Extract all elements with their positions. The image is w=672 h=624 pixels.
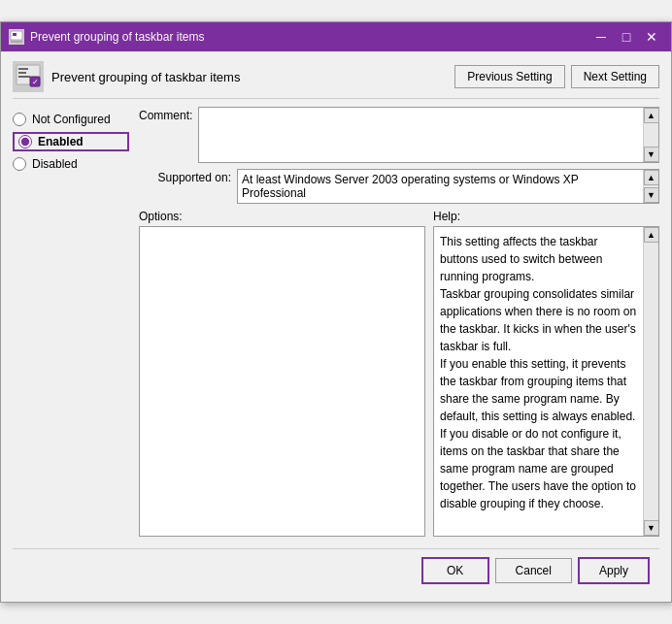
ok-button[interactable]: OK xyxy=(421,557,489,584)
window-icon xyxy=(9,29,24,45)
header-title: Prevent grouping of taskbar items xyxy=(51,70,240,84)
help-scroll-track xyxy=(644,243,658,520)
help-para-4: If you disable or do not configure it, i… xyxy=(440,425,637,512)
header-left: ✓ Prevent grouping of taskbar items xyxy=(13,61,240,92)
supported-text: At least Windows Server 2003 operating s… xyxy=(238,170,658,203)
help-label: Help: xyxy=(433,210,659,223)
header-row: ✓ Prevent grouping of taskbar items Prev… xyxy=(13,61,659,99)
help-section: Help: This setting affects the taskbar b… xyxy=(433,210,659,537)
title-bar-controls: ─ □ ✕ xyxy=(589,27,663,47)
previous-setting-button[interactable]: Previous Setting xyxy=(454,65,564,88)
enabled-label: Enabled xyxy=(38,135,84,148)
options-label: Options: xyxy=(139,210,425,223)
help-scroll-down[interactable]: ▼ xyxy=(644,520,659,536)
svg-text:✓: ✓ xyxy=(32,78,39,86)
help-para-2: Taskbar grouping consolidates similar ap… xyxy=(440,285,637,355)
radio-group: Not Configured Enabled Disabled xyxy=(13,107,129,537)
options-section: Options: xyxy=(139,210,425,537)
options-box xyxy=(139,226,425,537)
comment-label: Comment: xyxy=(139,107,192,122)
close-button[interactable]: ✕ xyxy=(640,27,663,47)
not-configured-label: Not Configured xyxy=(32,113,111,126)
supported-scroll-up[interactable]: ▲ xyxy=(644,170,659,185)
comment-scroll-up[interactable]: ▲ xyxy=(644,108,659,123)
comment-scroll-down[interactable]: ▼ xyxy=(644,147,659,162)
help-content: This setting affects the taskbar buttons… xyxy=(434,227,658,518)
disabled-option[interactable]: Disabled xyxy=(13,157,129,171)
svg-rect-4 xyxy=(18,68,28,70)
maximize-button[interactable]: □ xyxy=(615,27,638,47)
title-bar: Prevent grouping of taskbar items ─ □ ✕ xyxy=(1,22,671,51)
supported-scroll-down[interactable]: ▼ xyxy=(644,187,659,203)
help-scrollbar[interactable]: ▲ ▼ xyxy=(643,227,658,536)
title-bar-left: Prevent grouping of taskbar items xyxy=(9,29,204,45)
window-title: Prevent grouping of taskbar items xyxy=(30,30,204,44)
supported-label: Supported on: xyxy=(139,169,231,184)
help-scroll-up[interactable]: ▲ xyxy=(644,227,659,243)
svg-rect-5 xyxy=(18,72,26,74)
footer: OK Cancel Apply xyxy=(13,548,659,592)
policy-icon: ✓ xyxy=(13,61,44,92)
svg-rect-1 xyxy=(13,33,17,36)
not-configured-option[interactable]: Not Configured xyxy=(13,113,129,126)
comment-scroll-track xyxy=(644,123,658,147)
help-box: This setting affects the taskbar buttons… xyxy=(433,226,659,537)
next-setting-button[interactable]: Next Setting xyxy=(571,65,659,88)
enabled-radio[interactable] xyxy=(18,135,32,148)
svg-rect-2 xyxy=(11,41,22,43)
header-buttons: Previous Setting Next Setting xyxy=(454,65,659,88)
cancel-button[interactable]: Cancel xyxy=(495,558,572,583)
apply-button[interactable]: Apply xyxy=(578,557,650,584)
main-window: Prevent grouping of taskbar items ─ □ ✕ … xyxy=(0,21,672,603)
help-para-1: This setting affects the taskbar buttons… xyxy=(440,233,637,285)
help-para-3: If you enable this setting, it prevents … xyxy=(440,355,637,425)
window-body: ✓ Prevent grouping of taskbar items Prev… xyxy=(1,51,671,602)
svg-rect-6 xyxy=(18,76,30,78)
enabled-option-wrapper[interactable]: Enabled xyxy=(13,132,129,151)
disabled-label: Disabled xyxy=(32,157,78,171)
comment-scrollbar[interactable]: ▲ ▼ xyxy=(643,108,658,162)
supported-scrollbar[interactable]: ▲ ▼ xyxy=(643,170,658,203)
minimize-button[interactable]: ─ xyxy=(589,27,613,47)
not-configured-radio[interactable] xyxy=(13,113,26,126)
disabled-radio[interactable] xyxy=(13,157,26,171)
comment-textarea[interactable] xyxy=(199,108,643,162)
